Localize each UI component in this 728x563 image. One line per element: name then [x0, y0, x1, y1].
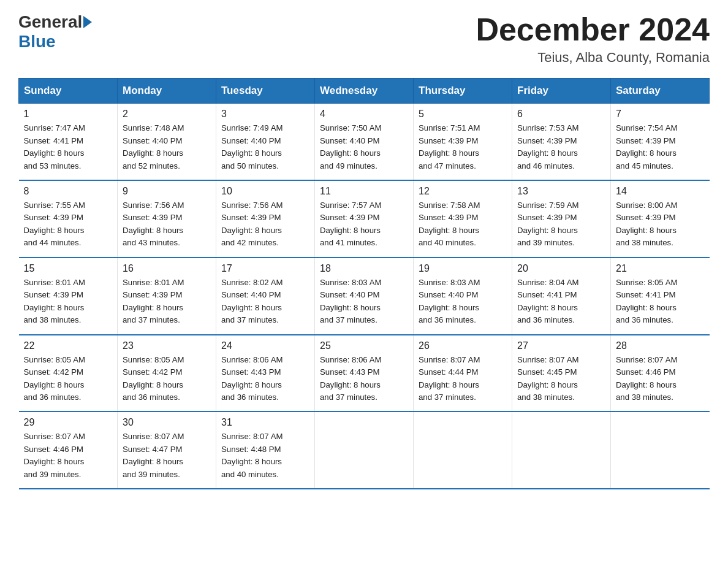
day-info: Sunrise: 8:07 AMSunset: 4:46 PMDaylight:… — [24, 432, 85, 478]
day-info: Sunrise: 7:54 AMSunset: 4:39 PMDaylight:… — [616, 123, 677, 170]
day-number: 2 — [123, 109, 211, 120]
day-cell-21: 21 Sunrise: 8:05 AMSunset: 4:41 PMDaylig… — [611, 258, 710, 335]
day-info: Sunrise: 8:03 AMSunset: 4:40 PMDaylight:… — [419, 278, 480, 324]
day-number: 1 — [24, 109, 113, 120]
day-cell-14: 14 Sunrise: 8:00 AMSunset: 4:39 PMDaylig… — [611, 180, 710, 258]
day-info: Sunrise: 8:01 AMSunset: 4:39 PMDaylight:… — [123, 278, 184, 324]
day-number: 16 — [123, 263, 211, 274]
day-cell-5: 5 Sunrise: 7:51 AMSunset: 4:39 PMDayligh… — [414, 104, 512, 180]
day-cell-3: 3 Sunrise: 7:49 AMSunset: 4:40 PMDayligh… — [216, 104, 315, 180]
day-cell-19: 19 Sunrise: 8:03 AMSunset: 4:40 PMDaylig… — [414, 258, 512, 335]
day-cell-20: 20 Sunrise: 8:04 AMSunset: 4:41 PMDaylig… — [512, 258, 611, 335]
day-number: 31 — [221, 417, 309, 428]
day-number: 22 — [24, 340, 113, 351]
page-header: General Blue December 2024 Teius, Alba C… — [18, 12, 710, 66]
day-cell-29: 29 Sunrise: 8:07 AMSunset: 4:46 PMDaylig… — [19, 412, 118, 489]
day-cell-35 — [611, 412, 710, 489]
day-cell-31: 31 Sunrise: 8:07 AMSunset: 4:48 PMDaylig… — [216, 412, 315, 489]
header-sunday: Sunday — [19, 79, 118, 104]
day-info: Sunrise: 8:00 AMSunset: 4:39 PMDaylight:… — [616, 201, 677, 247]
day-cell-17: 17 Sunrise: 8:02 AMSunset: 4:40 PMDaylig… — [216, 258, 315, 335]
day-info: Sunrise: 7:48 AMSunset: 4:40 PMDaylight:… — [123, 123, 184, 170]
day-cell-18: 18 Sunrise: 8:03 AMSunset: 4:40 PMDaylig… — [315, 258, 414, 335]
logo-arrow-icon — [83, 16, 92, 28]
day-cell-30: 30 Sunrise: 8:07 AMSunset: 4:47 PMDaylig… — [118, 412, 216, 489]
day-info: Sunrise: 7:55 AMSunset: 4:39 PMDaylight:… — [24, 201, 85, 247]
day-cell-16: 16 Sunrise: 8:01 AMSunset: 4:39 PMDaylig… — [118, 258, 216, 335]
day-number: 13 — [517, 186, 605, 197]
day-info: Sunrise: 8:02 AMSunset: 4:40 PMDaylight:… — [221, 278, 282, 324]
day-number: 15 — [24, 263, 113, 274]
day-info: Sunrise: 7:47 AMSunset: 4:41 PMDaylight:… — [24, 123, 85, 170]
day-cell-7: 7 Sunrise: 7:54 AMSunset: 4:39 PMDayligh… — [611, 104, 710, 180]
day-number: 18 — [320, 263, 408, 274]
calendar-table: Sunday Monday Tuesday Wednesday Thursday… — [18, 78, 710, 489]
day-number: 4 — [320, 109, 408, 120]
day-number: 17 — [221, 263, 309, 274]
day-cell-24: 24 Sunrise: 8:06 AMSunset: 4:43 PMDaylig… — [216, 335, 315, 412]
day-info: Sunrise: 7:57 AMSunset: 4:39 PMDaylight:… — [320, 201, 381, 247]
day-cell-8: 8 Sunrise: 7:55 AMSunset: 4:39 PMDayligh… — [19, 180, 118, 258]
day-info: Sunrise: 8:07 AMSunset: 4:46 PMDaylight:… — [616, 355, 677, 402]
day-number: 14 — [616, 186, 705, 197]
day-cell-23: 23 Sunrise: 8:05 AMSunset: 4:42 PMDaylig… — [118, 335, 216, 412]
week-row-5: 29 Sunrise: 8:07 AMSunset: 4:46 PMDaylig… — [19, 412, 710, 489]
day-number: 28 — [616, 340, 705, 351]
day-info: Sunrise: 8:06 AMSunset: 4:43 PMDaylight:… — [221, 355, 282, 402]
day-number: 19 — [419, 263, 507, 274]
day-info: Sunrise: 7:51 AMSunset: 4:39 PMDaylight:… — [419, 123, 480, 170]
day-number: 3 — [221, 109, 309, 120]
month-title: December 2024 — [476, 12, 710, 47]
day-info: Sunrise: 8:07 AMSunset: 4:47 PMDaylight:… — [123, 432, 184, 478]
day-number: 30 — [123, 417, 211, 428]
day-cell-4: 4 Sunrise: 7:50 AMSunset: 4:40 PMDayligh… — [315, 104, 414, 180]
day-cell-6: 6 Sunrise: 7:53 AMSunset: 4:39 PMDayligh… — [512, 104, 611, 180]
day-cell-12: 12 Sunrise: 7:58 AMSunset: 4:39 PMDaylig… — [414, 180, 512, 258]
weekday-header-row: Sunday Monday Tuesday Wednesday Thursday… — [19, 79, 710, 104]
logo-blue-text: Blue — [18, 32, 56, 52]
day-info: Sunrise: 7:50 AMSunset: 4:40 PMDaylight:… — [320, 123, 381, 170]
day-info: Sunrise: 8:05 AMSunset: 4:42 PMDaylight:… — [24, 355, 85, 402]
day-number: 25 — [320, 340, 408, 351]
day-cell-13: 13 Sunrise: 7:59 AMSunset: 4:39 PMDaylig… — [512, 180, 611, 258]
week-row-2: 8 Sunrise: 7:55 AMSunset: 4:39 PMDayligh… — [19, 180, 710, 258]
day-cell-33 — [414, 412, 512, 489]
day-number: 26 — [419, 340, 507, 351]
day-cell-27: 27 Sunrise: 8:07 AMSunset: 4:45 PMDaylig… — [512, 335, 611, 412]
day-info: Sunrise: 8:01 AMSunset: 4:39 PMDaylight:… — [24, 278, 85, 324]
day-number: 27 — [517, 340, 605, 351]
header-friday: Friday — [512, 79, 611, 104]
day-info: Sunrise: 8:05 AMSunset: 4:42 PMDaylight:… — [123, 355, 184, 402]
day-info: Sunrise: 8:07 AMSunset: 4:48 PMDaylight:… — [221, 432, 282, 478]
day-number: 21 — [616, 263, 705, 274]
day-info: Sunrise: 8:04 AMSunset: 4:41 PMDaylight:… — [517, 278, 578, 324]
day-number: 6 — [517, 109, 605, 120]
day-number: 5 — [419, 109, 507, 120]
day-info: Sunrise: 8:06 AMSunset: 4:43 PMDaylight:… — [320, 355, 381, 402]
day-info: Sunrise: 8:07 AMSunset: 4:44 PMDaylight:… — [419, 355, 480, 402]
day-number: 24 — [221, 340, 309, 351]
day-cell-2: 2 Sunrise: 7:48 AMSunset: 4:40 PMDayligh… — [118, 104, 216, 180]
day-cell-26: 26 Sunrise: 8:07 AMSunset: 4:44 PMDaylig… — [414, 335, 512, 412]
day-info: Sunrise: 7:59 AMSunset: 4:39 PMDaylight:… — [517, 201, 578, 247]
day-info: Sunrise: 8:03 AMSunset: 4:40 PMDaylight:… — [320, 278, 381, 324]
week-row-3: 15 Sunrise: 8:01 AMSunset: 4:39 PMDaylig… — [19, 258, 710, 335]
day-info: Sunrise: 8:05 AMSunset: 4:41 PMDaylight:… — [616, 278, 677, 324]
header-saturday: Saturday — [611, 79, 710, 104]
day-cell-1: 1 Sunrise: 7:47 AMSunset: 4:41 PMDayligh… — [19, 104, 118, 180]
day-number: 29 — [24, 417, 113, 428]
day-number: 8 — [24, 186, 113, 197]
day-cell-25: 25 Sunrise: 8:06 AMSunset: 4:43 PMDaylig… — [315, 335, 414, 412]
day-info: Sunrise: 7:58 AMSunset: 4:39 PMDaylight:… — [419, 201, 480, 247]
day-info: Sunrise: 7:53 AMSunset: 4:39 PMDaylight:… — [517, 123, 578, 170]
day-cell-34 — [512, 412, 611, 489]
header-monday: Monday — [118, 79, 216, 104]
logo-general-text: General — [18, 12, 82, 32]
day-cell-15: 15 Sunrise: 8:01 AMSunset: 4:39 PMDaylig… — [19, 258, 118, 335]
title-block: December 2024 Teius, Alba County, Romani… — [476, 12, 710, 66]
day-number: 23 — [123, 340, 211, 351]
header-wednesday: Wednesday — [315, 79, 414, 104]
day-info: Sunrise: 7:56 AMSunset: 4:39 PMDaylight:… — [123, 201, 184, 247]
header-thursday: Thursday — [414, 79, 512, 104]
day-info: Sunrise: 8:07 AMSunset: 4:45 PMDaylight:… — [517, 355, 578, 402]
